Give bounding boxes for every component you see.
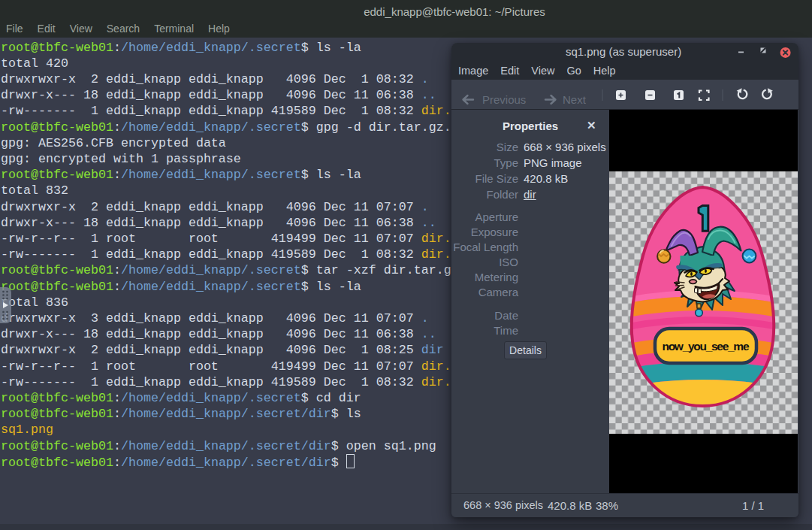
svg-text:Next: Next bbox=[563, 93, 587, 106]
svg-text:now_you_see_me: now_you_see_me bbox=[663, 340, 750, 353]
svg-text:Previous: Previous bbox=[482, 93, 526, 106]
